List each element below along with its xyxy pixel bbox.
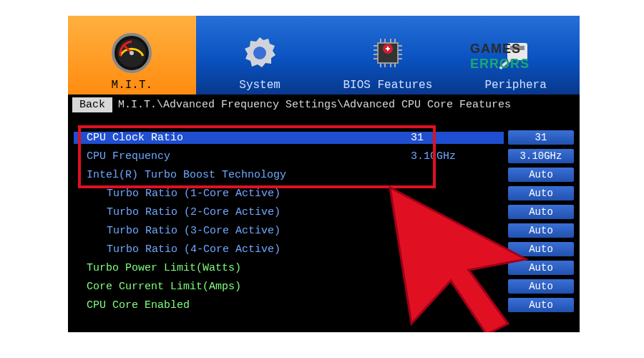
setting-label: CPU Core Enabled <box>74 299 411 311</box>
setting-label: Core Current Limit(Amps) <box>74 281 411 293</box>
setting-row-turbo-ratio-3[interactable]: Turbo Ratio (3-Core Active) 3 Auto <box>74 221 574 240</box>
setting-row-cpu-frequency[interactable]: CPU Frequency 3.10GHz 3.10GHz <box>74 147 574 165</box>
setting-button[interactable]: Auto <box>508 205 574 219</box>
setting-row-turbo-ratio-4[interactable]: Turbo Ratio (4-Core Active) 32 Auto <box>74 240 574 258</box>
chip-icon <box>366 32 409 74</box>
setting-label: Turbo Ratio (2-Core Active) <box>74 206 411 218</box>
bios-screen: M.I.T. System <box>68 16 580 332</box>
svg-point-3 <box>130 51 134 55</box>
svg-rect-24 <box>510 46 525 50</box>
setting-button[interactable]: 31 <box>508 130 574 145</box>
tab-label: M.I.T. <box>112 79 153 92</box>
settings-panel: CPU Clock Ratio 31 31 CPU Frequency 3.10… <box>68 115 580 314</box>
tab-mit[interactable]: M.I.T. <box>68 16 196 95</box>
tab-bios-features[interactable]: BIOS Features <box>324 16 452 95</box>
setting-label: Turbo Ratio (1-Core Active) <box>74 188 411 200</box>
tab-label: System <box>239 79 280 92</box>
setting-row-turbo-ratio-2[interactable]: Turbo Ratio (2-Core Active) Auto <box>74 203 574 221</box>
setting-button[interactable]: Auto <box>508 298 574 312</box>
setting-button[interactable]: 3.10GHz <box>508 149 574 163</box>
setting-value: 4 <box>411 299 504 311</box>
gauge-icon <box>110 32 153 74</box>
setting-value: 95 <box>411 262 504 274</box>
setting-label: Turbo Ratio (3-Core Active) <box>74 225 411 237</box>
setting-row-core-current-limit[interactable]: Core Current Limit(Amps) 97 Auto <box>74 277 574 296</box>
setting-value: 3.10GHz <box>411 150 504 163</box>
setting-button[interactable]: Auto <box>508 168 574 182</box>
setting-row-cpu-core-enabled[interactable]: CPU Core Enabled 4 Auto <box>74 296 574 314</box>
gear-icon <box>238 32 281 74</box>
breadcrumb-row: Back M.I.T.\Advanced Frequency Settings\… <box>68 95 580 115</box>
breadcrumb: M.I.T.\Advanced Frequency Settings\Advan… <box>118 99 511 111</box>
setting-row-cpu-clock-ratio[interactable]: CPU Clock Ratio 31 31 <box>74 128 574 147</box>
setting-value: 97 <box>411 281 504 293</box>
tab-label: BIOS Features <box>343 79 432 92</box>
setting-value: 32 <box>411 243 504 256</box>
setting-label: CPU Clock Ratio <box>74 132 411 144</box>
tab-peripherals[interactable]: Periphera <box>452 16 580 95</box>
setting-button[interactable]: Auto <box>508 223 574 238</box>
setting-label: Turbo Ratio (4-Core Active) <box>74 243 411 256</box>
setting-row-turbo-ratio-1[interactable]: Turbo Ratio (1-Core Active) Auto <box>74 184 574 203</box>
setting-button[interactable]: Auto <box>508 186 574 200</box>
setting-button[interactable]: Auto <box>508 279 574 294</box>
back-button[interactable]: Back <box>72 97 112 112</box>
svg-rect-23 <box>507 43 527 60</box>
setting-button[interactable]: Auto <box>508 261 574 275</box>
tab-bar: M.I.T. System <box>68 16 580 95</box>
setting-label: Intel(R) Turbo Boost Technology <box>74 169 411 181</box>
setting-label: CPU Frequency <box>74 150 411 163</box>
setting-value: 31 <box>411 132 504 144</box>
setting-label: Turbo Power Limit(Watts) <box>74 262 411 274</box>
port-icon <box>494 32 537 74</box>
tab-label: Periphera <box>484 79 546 92</box>
tab-system[interactable]: System <box>196 16 324 95</box>
svg-point-4 <box>253 47 266 59</box>
setting-row-turbo-boost[interactable]: Intel(R) Turbo Boost Technology Auto <box>74 165 574 184</box>
setting-button[interactable]: Auto <box>508 242 574 256</box>
setting-row-turbo-power-limit[interactable]: Turbo Power Limit(Watts) 95 Auto <box>74 258 574 277</box>
setting-value: 3 <box>411 225 504 237</box>
